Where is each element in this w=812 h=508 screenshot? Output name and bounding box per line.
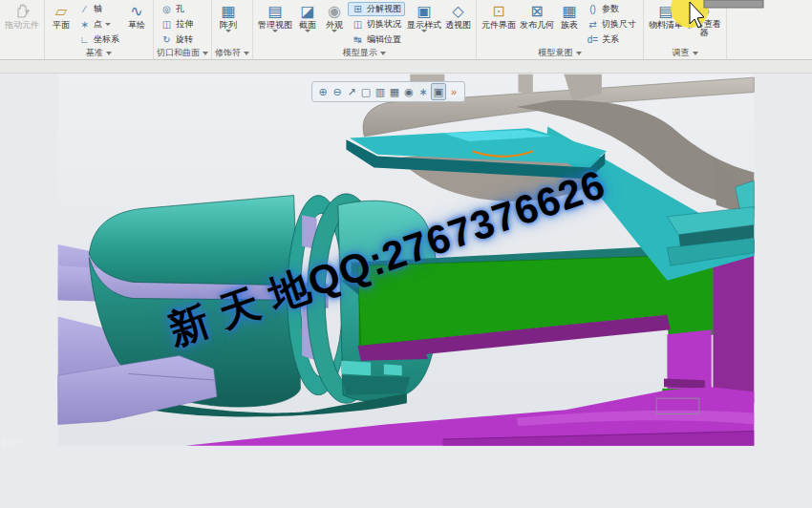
ribbon-group-cuts: ◎ 孔 ◫ 拉伸 ↻ 旋转 切口和曲面 bbox=[154, 0, 212, 59]
exploded-view-label: 分解视图 bbox=[367, 3, 401, 15]
display-style-button[interactable]: ▣ 显示样式 bbox=[405, 1, 443, 33]
bom-button[interactable]: ▤ 物料清单 bbox=[647, 1, 685, 31]
ribbon: 拖动元件 ▱ 平面 ∕ 轴 ∗ 点 bbox=[0, 0, 812, 60]
sketch-label: 草绘 bbox=[128, 20, 145, 30]
publish-geometry-button[interactable]: ⊠ 发布几何 bbox=[518, 1, 556, 31]
manage-views-caret[interactable] bbox=[272, 30, 278, 32]
switch-state-button[interactable]: ◫ 切换状况 bbox=[348, 17, 405, 32]
switch-dimensions-label: 切换尺寸 bbox=[602, 18, 636, 31]
pattern-dropdown-caret[interactable] bbox=[225, 30, 231, 32]
ribbon-group-model-display: ▤ 管理视图 ◪ 截面 ◉ 外观 ⊞ 分解视图 bbox=[253, 0, 477, 59]
sketch-button[interactable]: ∿ 草绘 bbox=[123, 1, 150, 31]
component-interface-button[interactable]: ⊡ 元件界面 bbox=[480, 1, 518, 31]
axis-icon: ∕ bbox=[78, 4, 91, 14]
publish-geometry-icon: ⊠ bbox=[530, 2, 543, 20]
switch-dimensions-button[interactable]: ⇄ 切换尺寸 bbox=[583, 17, 640, 32]
bom-label: 物料清单 bbox=[649, 20, 683, 30]
datum-display-button[interactable]: ∗ bbox=[417, 84, 430, 99]
section-button[interactable]: ◪ 截面 bbox=[294, 1, 321, 33]
investigate-footer-label: 调查 bbox=[673, 47, 690, 59]
point-label: 点 bbox=[94, 18, 102, 31]
model-display-footer-label: 模型显示 bbox=[343, 47, 377, 59]
switch-state-icon: ◫ bbox=[352, 19, 364, 30]
group-footer-datum[interactable]: 基准 bbox=[48, 47, 150, 59]
zoom-out-icon: ⊖ bbox=[332, 87, 341, 97]
group-footer-cuts[interactable]: 切口和曲面 bbox=[157, 47, 208, 59]
family-table-button[interactable]: ▦ 族表 bbox=[556, 1, 583, 31]
parameters-icon: () bbox=[587, 4, 599, 14]
bom-icon: ▤ bbox=[658, 2, 673, 20]
drag-components-button[interactable]: 拖动元件 bbox=[3, 1, 41, 31]
zoom-in-button[interactable]: ⊕ bbox=[316, 84, 330, 99]
revolve-icon: ↻ bbox=[160, 34, 173, 45]
perspective-label: 透视图 bbox=[445, 20, 471, 30]
graphics-toolbar: ⊕ ⊖ ↗ ▢ ▥ ▦ ◉ ∗ ▣ » bbox=[311, 81, 465, 102]
perspective-toggle-icon: ◉ bbox=[404, 87, 414, 97]
annotation-display-button[interactable]: ▣ bbox=[431, 83, 446, 100]
perspective-button[interactable]: ◇ 透视图 bbox=[443, 1, 473, 31]
ribbon-group-investigate: ▤ 物料清单 ∞ 参考查看器 调查 bbox=[644, 0, 727, 59]
edit-position-icon: ↹ bbox=[352, 34, 364, 45]
csys-label: 坐标系 bbox=[94, 33, 119, 46]
group-footer-investigate[interactable]: 调查 bbox=[647, 47, 723, 59]
view-manager-button[interactable]: ▥ bbox=[374, 84, 387, 99]
parameters-button[interactable]: () 参数 bbox=[583, 2, 640, 16]
group-footer-model-intent[interactable]: 模型意图 bbox=[480, 47, 640, 59]
zoom-in-icon: ⊕ bbox=[318, 87, 327, 97]
extrude-button[interactable]: ◫ 拉伸 bbox=[157, 17, 197, 32]
appearance-caret[interactable] bbox=[331, 30, 337, 32]
perspective-toggle-button[interactable]: ◉ bbox=[402, 84, 416, 99]
revolve-button[interactable]: ↻ 旋转 bbox=[157, 32, 197, 47]
drag-components-label: 拖动元件 bbox=[5, 20, 39, 30]
extrude-icon: ◫ bbox=[160, 19, 173, 30]
view-manager-icon: ▥ bbox=[375, 87, 385, 97]
switch-state-label: 切换状况 bbox=[367, 18, 401, 31]
datum-footer-label: 基准 bbox=[86, 47, 103, 59]
relations-label: 关系 bbox=[602, 33, 619, 46]
drag-hand-icon bbox=[13, 2, 31, 20]
group-footer-model-display[interactable]: 模型显示 bbox=[256, 47, 473, 59]
spin-center-button[interactable]: » bbox=[447, 84, 460, 99]
appearance-icon: ◉ bbox=[328, 2, 341, 20]
section-icon: ◪ bbox=[300, 2, 314, 20]
reference-viewer-label: 参考查看器 bbox=[687, 20, 721, 37]
family-table-label: 族表 bbox=[561, 20, 578, 30]
creo-assembly-window: 拖动元件 ▱ 平面 ∕ 轴 ∗ 点 bbox=[0, 0, 812, 508]
edit-position-button[interactable]: ↹ 编辑位置 bbox=[348, 32, 405, 47]
point-button[interactable]: ∗ 点 bbox=[75, 17, 123, 32]
model-intent-footer-label: 模型意图 bbox=[539, 47, 573, 59]
zoom-out-button[interactable]: ⊖ bbox=[331, 84, 344, 99]
csys-button[interactable]: ∟ 坐标系 bbox=[75, 32, 123, 47]
hole-button[interactable]: ◎ 孔 bbox=[157, 2, 197, 16]
exploded-view-button[interactable]: ⊞ 分解视图 bbox=[348, 2, 405, 16]
relations-button[interactable]: d= 关系 bbox=[583, 32, 640, 47]
group-footer-drag bbox=[3, 47, 41, 59]
cuts-footer-label: 切口和曲面 bbox=[157, 47, 200, 59]
refit-icon: ↗ bbox=[347, 87, 355, 97]
ribbon-empty-space bbox=[727, 0, 812, 59]
refit-button[interactable]: ↗ bbox=[345, 84, 358, 99]
display-style-caret[interactable] bbox=[421, 30, 427, 32]
hole-label: 孔 bbox=[176, 3, 184, 15]
axis-button[interactable]: ∕ 轴 bbox=[75, 2, 123, 16]
graphics-area[interactable] bbox=[0, 73, 812, 508]
pattern-icon: ▦ bbox=[221, 2, 235, 20]
group-footer-modifiers[interactable]: 修饰符 bbox=[215, 47, 249, 59]
display-style-toggle-button[interactable]: ▦ bbox=[388, 84, 401, 99]
perspective-icon: ◇ bbox=[452, 2, 463, 20]
investigate-footer-caret bbox=[693, 52, 698, 55]
switch-dimensions-icon: ⇄ bbox=[587, 19, 599, 30]
extrude-label: 拉伸 bbox=[176, 18, 193, 31]
section-caret[interactable] bbox=[305, 30, 310, 32]
manage-views-button[interactable]: ▤ 管理视图 bbox=[256, 1, 294, 33]
revolve-label: 旋转 bbox=[176, 33, 193, 46]
appearance-button[interactable]: ◉ 外观 bbox=[321, 1, 348, 33]
point-dropdown-caret[interactable] bbox=[105, 23, 111, 26]
plane-button[interactable]: ▱ 平面 bbox=[48, 1, 75, 31]
pattern-button[interactable]: ▦ 阵列 bbox=[215, 1, 242, 33]
modifiers-footer-caret bbox=[244, 52, 249, 55]
display-style-toggle-icon: ▦ bbox=[390, 87, 399, 97]
reference-viewer-button[interactable]: ∞ 参考查看器 bbox=[685, 1, 723, 38]
relations-icon: d= bbox=[587, 34, 599, 45]
named-views-button[interactable]: ▢ bbox=[359, 84, 373, 99]
